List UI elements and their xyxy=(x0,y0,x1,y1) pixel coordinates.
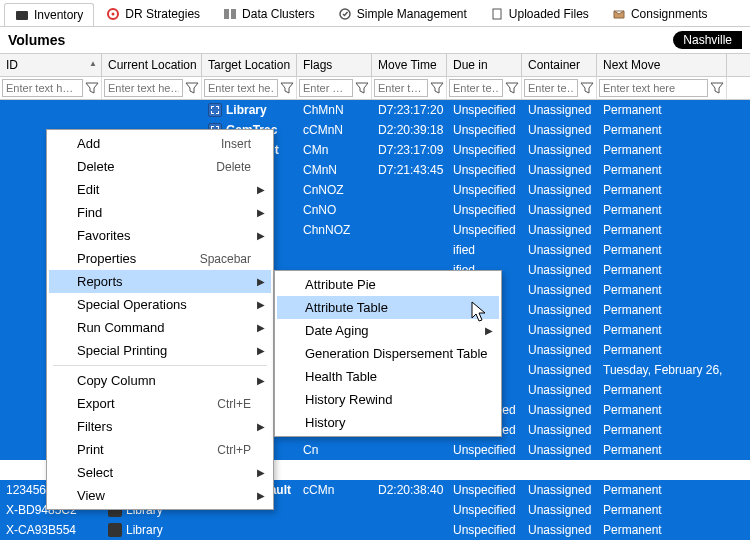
filter-icon[interactable] xyxy=(185,81,199,95)
menu-shortcut: Ctrl+E xyxy=(217,397,251,411)
tab-inventory[interactable]: Inventory xyxy=(4,3,94,26)
menu-item-delete[interactable]: DeleteDelete xyxy=(49,155,271,178)
menu-item-reports[interactable]: Reports▶ xyxy=(49,270,271,293)
filter-input[interactable] xyxy=(374,79,428,97)
col-due-in[interactable]: Due in xyxy=(447,54,522,76)
menu-item-find[interactable]: Find▶ xyxy=(49,201,271,224)
cell-next-move: Permanent xyxy=(597,121,727,139)
submenu-arrow-icon: ▶ xyxy=(257,345,265,356)
filter-icon[interactable] xyxy=(505,81,519,95)
col-flags[interactable]: Flags xyxy=(297,54,372,76)
tab-dr-strategies[interactable]: DR Strategies xyxy=(95,2,211,25)
menu-label: Export xyxy=(77,396,115,411)
filter-col-due-in xyxy=(447,77,522,99)
cell-due-in: Unspecified xyxy=(447,141,522,159)
cell-container: Unassigned xyxy=(522,201,597,219)
cell-target-location xyxy=(202,528,297,532)
filter-input[interactable] xyxy=(599,79,708,97)
menu-item-edit[interactable]: Edit▶ xyxy=(49,178,271,201)
menu-item-date-aging[interactable]: Date Aging▶ xyxy=(277,319,499,342)
col-container[interactable]: Container xyxy=(522,54,597,76)
menu-item-print[interactable]: PrintCtrl+P xyxy=(49,438,271,461)
tab-uploaded-files-icon xyxy=(490,7,504,21)
cell-id xyxy=(0,108,102,112)
menu-label: Print xyxy=(77,442,104,457)
tab-uploaded-files[interactable]: Uploaded Files xyxy=(479,2,600,25)
filter-icon[interactable] xyxy=(710,81,724,95)
table-row[interactable]: LibraryChMnND7:23:17:20UnspecifiedUnassi… xyxy=(0,100,750,120)
cell-move-time xyxy=(372,248,447,252)
menu-label: Attribute Pie xyxy=(305,277,376,292)
tab-consignments[interactable]: Consignments xyxy=(601,2,719,25)
col-next-move[interactable]: Next Move xyxy=(597,54,727,76)
filter-icon[interactable] xyxy=(580,81,594,95)
menu-item-copy-column[interactable]: Copy Column▶ xyxy=(49,369,271,392)
location-badge: Nashville xyxy=(673,31,742,49)
menu-item-health-table[interactable]: Health Table xyxy=(277,365,499,388)
cell-flags: Cn xyxy=(297,441,372,459)
submenu-arrow-icon: ▶ xyxy=(257,375,265,386)
menu-item-run-command[interactable]: Run Command▶ xyxy=(49,316,271,339)
filter-input[interactable] xyxy=(104,79,183,97)
cell-container: Unassigned xyxy=(522,381,597,399)
filter-icon[interactable] xyxy=(355,81,369,95)
submenu-arrow-icon: ▶ xyxy=(257,276,265,287)
menu-item-generation-dispersement-table[interactable]: Generation Dispersement Table xyxy=(277,342,499,365)
col-label: Flags xyxy=(303,58,332,72)
menu-item-export[interactable]: ExportCtrl+E xyxy=(49,392,271,415)
cell-next-move: Permanent xyxy=(597,261,727,279)
tab-simple-management[interactable]: Simple Management xyxy=(327,2,478,25)
cell-container: Unassigned xyxy=(522,101,597,119)
reports-submenu[interactable]: Attribute PieAttribute TableDate Aging▶G… xyxy=(274,270,502,437)
cell-next-move: Permanent xyxy=(597,521,727,539)
menu-item-view[interactable]: View▶ xyxy=(49,484,271,507)
filter-input[interactable] xyxy=(204,79,278,97)
tab-data-clusters[interactable]: Data Clusters xyxy=(212,2,326,25)
filter-input[interactable] xyxy=(2,79,83,97)
menu-item-attribute-pie[interactable]: Attribute Pie xyxy=(277,273,499,296)
cell-current-location: Library xyxy=(102,521,202,539)
menu-label: Generation Dispersement Table xyxy=(305,346,488,361)
filter-icon[interactable] xyxy=(85,81,99,95)
cell-container: Unassigned xyxy=(522,281,597,299)
filter-icon[interactable] xyxy=(280,81,294,95)
col-id[interactable]: ID▲ xyxy=(0,54,102,76)
col-label: ID xyxy=(6,58,18,72)
filter-input[interactable] xyxy=(299,79,353,97)
menu-item-attribute-table[interactable]: Attribute Table xyxy=(277,296,499,319)
cell-next-move: Tuesday, February 26, xyxy=(597,361,727,379)
cell-flags: cCMnN xyxy=(297,121,372,139)
menu-item-add[interactable]: AddInsert xyxy=(49,132,271,155)
menu-item-history-rewind[interactable]: History Rewind xyxy=(277,388,499,411)
menu-item-select[interactable]: Select▶ xyxy=(49,461,271,484)
context-menu[interactable]: AddInsertDeleteDeleteEdit▶Find▶Favorites… xyxy=(46,129,274,510)
cell-move-time xyxy=(372,188,447,192)
grid-header: ID▲Current LocationTarget LocationFlagsM… xyxy=(0,54,750,77)
cell-move-time xyxy=(372,228,447,232)
menu-label: Filters xyxy=(77,419,112,434)
col-move-time[interactable]: Move Time xyxy=(372,54,447,76)
cell-move-time: D7:21:43:45 xyxy=(372,161,447,179)
tab-simple-management-icon xyxy=(338,7,352,21)
menu-separator xyxy=(53,365,267,366)
menu-item-filters[interactable]: Filters▶ xyxy=(49,415,271,438)
filter-input[interactable] xyxy=(524,79,578,97)
cell-next-move: Permanent xyxy=(597,321,727,339)
cell-move-time: D7:23:17:20 xyxy=(372,101,447,119)
table-row[interactable]: X-CA93B554LibraryUnspecifiedUnassignedPe… xyxy=(0,520,750,540)
header-bar: Volumes Nashville xyxy=(0,27,750,54)
menu-item-history[interactable]: History xyxy=(277,411,499,434)
menu-item-special-printing[interactable]: Special Printing▶ xyxy=(49,339,271,362)
col-target-location[interactable]: Target Location xyxy=(202,54,297,76)
cell-next-move xyxy=(597,468,727,472)
filter-input[interactable] xyxy=(449,79,503,97)
col-current-location[interactable]: Current Location xyxy=(102,54,202,76)
menu-item-properties[interactable]: PropertiesSpacebar xyxy=(49,247,271,270)
menu-item-favorites[interactable]: Favorites▶ xyxy=(49,224,271,247)
tab-label: Consignments xyxy=(631,7,708,21)
menu-item-special-operations[interactable]: Special Operations▶ xyxy=(49,293,271,316)
filter-icon[interactable] xyxy=(430,81,444,95)
menu-label: View xyxy=(77,488,105,503)
cell-next-move: Permanent xyxy=(597,481,727,499)
menu-label: Attribute Table xyxy=(305,300,388,315)
